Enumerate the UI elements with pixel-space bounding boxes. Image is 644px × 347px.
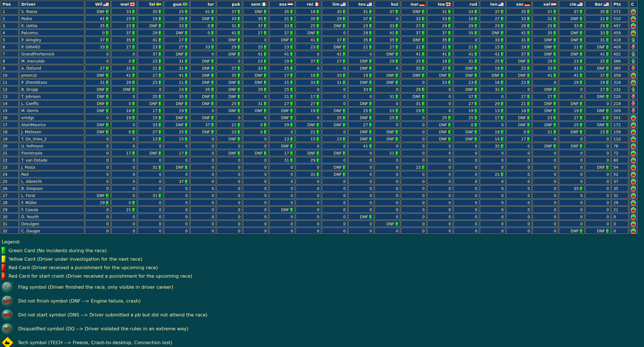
- change-same-icon: [631, 17, 636, 21]
- result-cell: 29: [85, 199, 111, 206]
- result-cell: DNF: [453, 128, 479, 135]
- result-cell: 27: [138, 128, 163, 135]
- result-cell: 37: [138, 51, 163, 57]
- result-value: 0: [290, 130, 293, 134]
- pos-cell: 21: [1, 150, 19, 156]
- result-value: 16: [495, 80, 500, 85]
- result-cell: 35: [190, 86, 216, 93]
- result-cell: 37: [453, 93, 479, 100]
- pos-cell: 11: [1, 79, 19, 85]
- green-card-icon: [448, 123, 451, 127]
- green-card-icon: [290, 144, 293, 148]
- green-card-icon: [448, 38, 451, 42]
- result-cell: 31: [559, 65, 585, 71]
- race-header-rud: rud: [453, 1, 479, 8]
- result-cell: DNF: [190, 93, 216, 100]
- result-cell: 0: [453, 150, 479, 156]
- pos-cell: 24: [1, 171, 19, 177]
- result-value: 25: [179, 130, 184, 134]
- green-card-icon: [132, 201, 135, 205]
- green-card-icon: [238, 109, 240, 113]
- result-value: 0: [129, 59, 131, 63]
- result-cell: 15: [480, 44, 506, 50]
- green-card-icon: [159, 59, 161, 63]
- result-value: 0: [501, 123, 504, 127]
- result-cell: DNF: [375, 72, 400, 78]
- result-cell: 33: [269, 22, 295, 29]
- result-cell: DNF: [269, 143, 295, 149]
- change-up-icon: [631, 87, 636, 92]
- pos-cell: 3: [1, 22, 19, 29]
- result-cell: DNF: [217, 86, 242, 93]
- result-cell: 0: [375, 171, 400, 177]
- result-cell: 0: [453, 199, 479, 206]
- result-cell: 0: [138, 178, 163, 185]
- result-cell: 13: [138, 136, 163, 142]
- green-card-icon: [185, 17, 188, 21]
- result-cell: 21: [506, 100, 532, 107]
- race-header-ass: ass: [269, 1, 295, 8]
- result-cell: 0: [348, 228, 374, 234]
- us-flag-icon: [498, 3, 504, 6]
- result-value: 33: [205, 45, 210, 49]
- result-value: 21: [521, 101, 526, 106]
- result-value: 21: [179, 80, 184, 85]
- green-card-icon: [501, 17, 504, 21]
- points-cell: 402: [611, 51, 628, 57]
- result-value: 0: [132, 215, 135, 219]
- change-same-icon: [631, 137, 636, 141]
- result-value: 33: [337, 73, 342, 78]
- result-cell: 0: [453, 121, 479, 128]
- result-value: 0: [369, 222, 372, 226]
- result-cell: 37: [506, 51, 532, 57]
- result-value: 31: [495, 87, 500, 92]
- result-cell: 27: [269, 100, 295, 107]
- result-cell: DNF: [375, 51, 400, 57]
- green-card-icon: [317, 24, 319, 28]
- green-card-icon: [290, 74, 293, 77]
- change-same-icon: [631, 31, 636, 35]
- result-cell: 0: [348, 199, 374, 206]
- result-value: 0: [264, 38, 267, 42]
- result-cell: 0: [585, 213, 611, 220]
- result-cell: 0: [190, 37, 216, 43]
- result-value: 0: [448, 108, 451, 113]
- green-card-icon: [580, 123, 583, 127]
- result-cell: 27: [480, 15, 506, 22]
- result-value: 27: [574, 115, 579, 120]
- green-card-icon: [159, 151, 161, 155]
- result-value: 31: [311, 172, 315, 177]
- result-value: DNF: [571, 130, 579, 134]
- green-card-icon: [606, 123, 609, 127]
- result-value: 37: [468, 94, 473, 99]
- table-row: 32C. Dauger000000000000000000DNFDNF0: [1, 228, 638, 234]
- result-value: 41: [521, 31, 526, 35]
- result-value: DNF: [176, 165, 184, 170]
- result-value: 0: [580, 222, 583, 226]
- result-cell: 0: [190, 206, 216, 213]
- green-card-icon: [501, 130, 504, 134]
- result-value: 33: [521, 16, 526, 21]
- result-value: 25: [547, 23, 552, 28]
- result-value: 0: [475, 186, 477, 191]
- result-cell: DNF: [85, 72, 111, 78]
- green-card-icon: [580, 74, 583, 77]
- table-row: 11P. Zherebtsov31292521DNFDNFDNF153331DN…: [1, 79, 638, 85]
- result-value: 0: [369, 52, 372, 56]
- result-value: 0: [554, 229, 556, 233]
- result-cell: 37: [559, 8, 585, 15]
- result-cell: 18: [111, 107, 137, 114]
- result-value: 0: [159, 215, 161, 219]
- result-value: 23: [337, 137, 342, 141]
- result-cell: 31: [138, 164, 163, 170]
- result-cell: 0: [190, 22, 216, 29]
- result-value: 0: [448, 172, 451, 177]
- green-card-icon: [290, 45, 293, 49]
- result-cell: 0: [243, 178, 269, 185]
- result-cell: 0: [480, 192, 506, 199]
- result-cell: 0: [164, 220, 190, 227]
- result-cell: 0: [532, 185, 558, 192]
- result-value: 0: [290, 179, 293, 184]
- result-value: 19: [521, 45, 526, 49]
- result-value: 0: [422, 130, 425, 134]
